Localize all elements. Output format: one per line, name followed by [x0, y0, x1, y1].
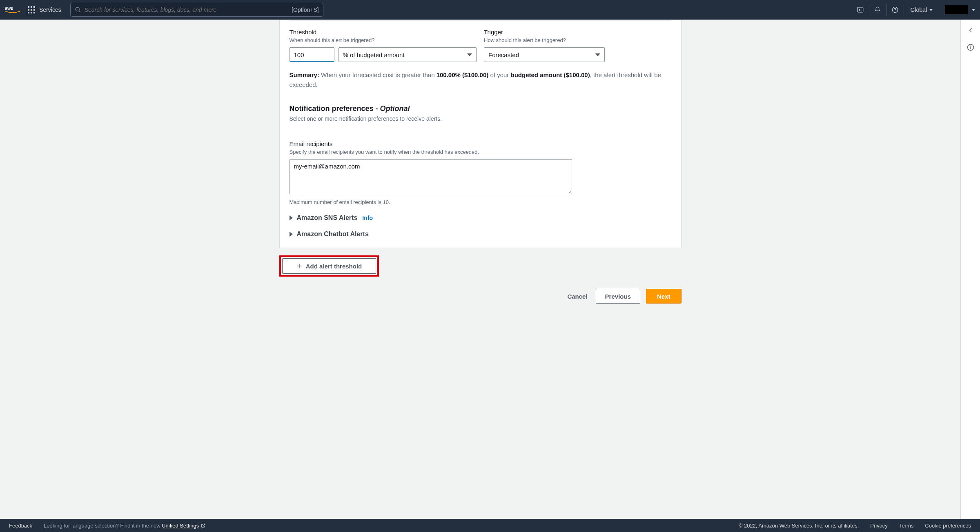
- language-hint: Looking for language selection? Find it …: [44, 523, 206, 529]
- threshold-help: When should this alert be triggered?: [290, 37, 477, 43]
- svg-point-1: [76, 7, 79, 11]
- help-icon[interactable]: [886, 4, 904, 16]
- region-label: Global: [911, 7, 927, 13]
- previous-button[interactable]: Previous: [596, 289, 640, 304]
- trigger-value: Forecasted: [488, 51, 519, 58]
- services-grid-icon[interactable]: [28, 6, 35, 13]
- search-input[interactable]: [85, 7, 292, 13]
- alert-threshold-panel: Threshold When should this alert be trig…: [279, 20, 682, 248]
- threshold-unit-value: % of budgeted amount: [343, 51, 405, 58]
- info-icon[interactable]: [967, 43, 975, 53]
- trigger-help: How should this alert be triggered?: [484, 37, 671, 43]
- summary-pct: 100.00% ($100.00): [437, 71, 489, 78]
- terms-link[interactable]: Terms: [899, 523, 913, 529]
- footer: Feedback Looking for language selection?…: [0, 519, 980, 532]
- next-button[interactable]: Next: [646, 289, 682, 304]
- summary-budget: budgeted amount ($100.00): [510, 71, 590, 78]
- services-link[interactable]: Services: [39, 7, 61, 13]
- global-search[interactable]: [Option+S]: [70, 3, 323, 17]
- chatbot-alerts-expando[interactable]: Amazon Chatbot Alerts: [290, 231, 671, 238]
- threshold-value-input[interactable]: [290, 47, 334, 62]
- nav-icon-group: [852, 4, 904, 16]
- cookie-preferences-link[interactable]: Cookie preferences: [925, 523, 971, 529]
- feedback-link[interactable]: Feedback: [9, 523, 32, 529]
- email-recipients-input[interactable]: [290, 159, 572, 194]
- threshold-unit-select[interactable]: % of budgeted amount: [339, 47, 477, 62]
- region-selector[interactable]: Global: [904, 4, 939, 16]
- plus-icon: [296, 263, 303, 269]
- caret-right-icon: [290, 232, 293, 237]
- search-kbd-hint: [Option+S]: [292, 7, 319, 13]
- notifications-icon[interactable]: [869, 4, 886, 16]
- add-alert-threshold-label: Add alert threshold: [306, 263, 362, 270]
- add-alert-threshold-button[interactable]: Add alert threshold: [282, 258, 376, 274]
- email-recipients-help: Specify the email recipients you want to…: [290, 149, 671, 155]
- search-icon: [75, 7, 81, 13]
- copyright: © 2022, Amazon Web Services, Inc. or its…: [739, 523, 859, 529]
- svg-line-2: [79, 11, 80, 12]
- unified-settings-link[interactable]: Unified Settings: [162, 523, 206, 529]
- privacy-link[interactable]: Privacy: [870, 523, 888, 529]
- threshold-label: Threshold: [290, 29, 477, 35]
- caret-down-icon: [972, 9, 975, 11]
- svg-rect-3: [858, 7, 863, 12]
- trigger-label: Trigger: [484, 29, 671, 35]
- cancel-button[interactable]: Cancel: [565, 290, 590, 303]
- top-nav: aws Services [Option+S] Global: [0, 0, 980, 20]
- chatbot-alerts-label: Amazon Chatbot Alerts: [297, 231, 369, 238]
- svg-text:aws: aws: [5, 6, 13, 11]
- sns-info-link[interactable]: Info: [362, 215, 373, 221]
- svg-point-9: [970, 46, 971, 46]
- aws-logo[interactable]: aws: [5, 5, 20, 15]
- divider: [290, 132, 671, 132]
- help-rail: [960, 20, 980, 519]
- trigger-select[interactable]: Forecasted: [484, 47, 605, 62]
- account-menu[interactable]: [945, 5, 968, 14]
- notification-preferences-sub: Select one or more notification preferen…: [290, 115, 671, 122]
- sns-alerts-expando[interactable]: Amazon SNS Alerts Info: [290, 214, 671, 222]
- sns-alerts-label: Amazon SNS Alerts: [297, 214, 358, 222]
- summary-lead: Summary:: [290, 71, 319, 78]
- collapse-help-icon[interactable]: [967, 26, 975, 36]
- notification-preferences-heading: Notification preferences - Optional: [290, 104, 671, 113]
- chevron-down-icon: [467, 53, 472, 56]
- email-recipients-hint: Maximum number of email recipients is 10…: [290, 199, 671, 205]
- external-link-icon: [200, 523, 206, 528]
- add-alert-threshold-highlight: Add alert threshold: [279, 255, 379, 277]
- summary-text: Summary: When your forecasted cost is gr…: [290, 70, 671, 90]
- caret-down-icon: [929, 9, 933, 11]
- divider: [290, 20, 671, 20]
- cloudshell-icon[interactable]: [852, 4, 869, 16]
- email-recipients-label: Email recipients: [290, 140, 671, 147]
- caret-right-icon: [290, 215, 293, 220]
- chevron-down-icon: [595, 53, 600, 56]
- wizard-actions: Cancel Previous Next: [279, 289, 682, 304]
